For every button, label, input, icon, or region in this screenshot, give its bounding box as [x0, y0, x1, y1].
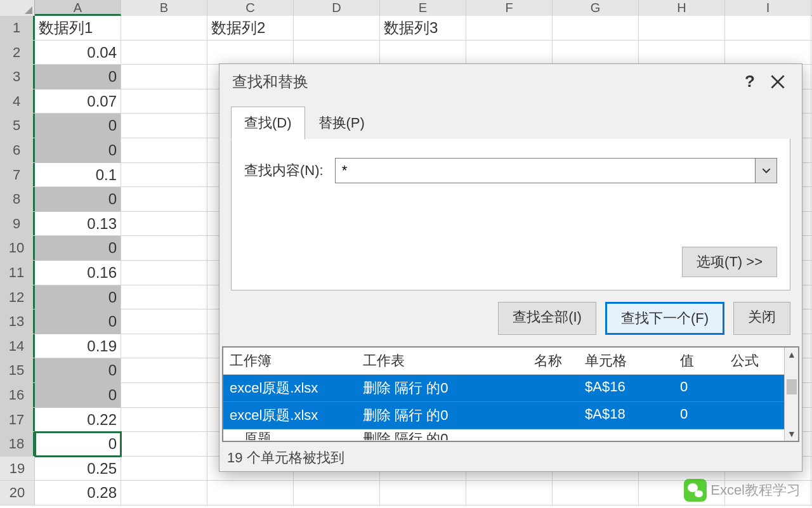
cell[interactable]: [380, 41, 466, 65]
row-header[interactable]: 17: [0, 408, 35, 432]
row-header[interactable]: 5: [0, 114, 35, 138]
cell[interactable]: 0: [35, 65, 121, 89]
cell[interactable]: [725, 16, 811, 41]
tab-find[interactable]: 查找(D): [231, 107, 305, 140]
results-col-cell[interactable]: 单元格: [585, 351, 680, 370]
cell[interactable]: [466, 16, 553, 41]
cell[interactable]: [121, 481, 207, 505]
row-header[interactable]: 12: [0, 285, 35, 309]
col-header-H[interactable]: H: [639, 0, 725, 16]
find-history-dropdown[interactable]: [755, 159, 776, 183]
row-header[interactable]: 15: [0, 358, 35, 382]
cell[interactable]: 0: [35, 358, 121, 383]
cell[interactable]: 数据列1: [35, 16, 121, 41]
row-header[interactable]: 7: [0, 163, 35, 187]
cell[interactable]: [639, 41, 725, 65]
cell[interactable]: [294, 16, 380, 41]
col-header-G[interactable]: G: [553, 0, 639, 16]
results-col-workbook[interactable]: 工作簿: [230, 351, 363, 370]
cell[interactable]: 数据列2: [207, 16, 294, 41]
col-header-B[interactable]: B: [121, 0, 207, 16]
cell[interactable]: 0.16: [35, 261, 121, 285]
row-header[interactable]: 4: [0, 89, 35, 114]
cell[interactable]: [466, 481, 553, 505]
cell[interactable]: [121, 89, 207, 114]
cell[interactable]: [207, 41, 294, 65]
cell[interactable]: [121, 212, 207, 237]
cell[interactable]: [121, 41, 207, 65]
cell[interactable]: [121, 16, 207, 41]
col-header-E[interactable]: E: [380, 0, 466, 16]
cell[interactable]: [553, 41, 639, 65]
find-input[interactable]: [336, 159, 755, 183]
cell[interactable]: 0.1: [35, 163, 121, 188]
row-header[interactable]: 14: [0, 334, 35, 358]
row-header[interactable]: 3: [0, 65, 35, 89]
col-header-F[interactable]: F: [466, 0, 553, 16]
cell[interactable]: [639, 16, 725, 41]
col-header-A[interactable]: A: [35, 0, 121, 16]
col-header-I[interactable]: I: [725, 0, 811, 16]
close-icon[interactable]: [764, 68, 792, 96]
row-header[interactable]: 18: [0, 432, 35, 456]
row-header[interactable]: 16: [0, 383, 35, 407]
cell[interactable]: [294, 41, 380, 65]
results-col-worksheet[interactable]: 工作表: [363, 351, 534, 370]
results-col-name[interactable]: 名称: [534, 351, 585, 370]
cell[interactable]: [121, 334, 207, 359]
result-row[interactable]: excel原题.xlsx删除 隔行 的0$A$180: [223, 402, 798, 429]
cell[interactable]: [121, 383, 207, 408]
result-row-partial[interactable]: …原题… 删除 隔行 的0: [223, 429, 798, 441]
cell[interactable]: 0: [35, 383, 121, 408]
cell[interactable]: [725, 41, 811, 65]
row-header[interactable]: 11: [0, 261, 35, 285]
col-header-C[interactable]: C: [207, 0, 294, 16]
options-button[interactable]: 选项(T) >>: [682, 247, 777, 277]
row-header[interactable]: 9: [0, 212, 35, 236]
cell[interactable]: 0: [35, 138, 121, 163]
cell[interactable]: [380, 481, 466, 505]
tab-replace[interactable]: 替换(P): [305, 107, 378, 140]
result-row[interactable]: excel原题.xlsx删除 隔行 的0$A$160: [223, 375, 798, 402]
row-header[interactable]: 10: [0, 236, 35, 260]
results-col-value[interactable]: 值: [680, 351, 731, 370]
scroll-down-icon[interactable]: ▼: [785, 427, 799, 441]
results-col-formula[interactable]: 公式: [731, 351, 788, 370]
scroll-up-icon[interactable]: ▲: [785, 348, 799, 361]
row-header[interactable]: 13: [0, 309, 35, 334]
cell[interactable]: [121, 457, 207, 481]
cell[interactable]: [121, 163, 207, 188]
cell[interactable]: [553, 16, 639, 41]
cell[interactable]: 0.19: [35, 334, 121, 359]
cell[interactable]: [121, 114, 207, 138]
dialog-titlebar[interactable]: 查找和替换 ?: [219, 64, 802, 99]
cell[interactable]: [121, 138, 207, 163]
cell[interactable]: [121, 309, 207, 334]
row-header[interactable]: 6: [0, 138, 35, 162]
results-scrollbar[interactable]: ▲ ▼: [784, 348, 798, 441]
cell[interactable]: 0: [35, 285, 121, 310]
cell[interactable]: [121, 236, 207, 261]
close-button[interactable]: 关闭: [733, 302, 790, 335]
col-header-D[interactable]: D: [294, 0, 380, 16]
cell[interactable]: 0.04: [35, 41, 121, 65]
cell[interactable]: 0.28: [35, 481, 121, 505]
cell[interactable]: 0.13: [35, 212, 121, 237]
cell[interactable]: [294, 481, 380, 505]
cell[interactable]: [207, 481, 294, 505]
cell[interactable]: [121, 261, 207, 285]
select-all-corner[interactable]: [0, 0, 35, 16]
cell[interactable]: 0: [35, 236, 121, 261]
row-header[interactable]: 19: [0, 457, 35, 481]
find-all-button[interactable]: 查找全部(I): [498, 302, 596, 335]
row-header[interactable]: 1: [0, 16, 35, 40]
cell[interactable]: 0.07: [35, 89, 121, 114]
scroll-thumb[interactable]: [787, 379, 797, 394]
row-header[interactable]: 2: [0, 41, 35, 65]
cell[interactable]: [121, 358, 207, 383]
cell[interactable]: [121, 432, 207, 457]
cell[interactable]: 0: [35, 114, 121, 138]
help-button[interactable]: ?: [736, 68, 764, 96]
cell[interactable]: 数据列3: [380, 16, 466, 41]
cell[interactable]: [121, 187, 207, 212]
